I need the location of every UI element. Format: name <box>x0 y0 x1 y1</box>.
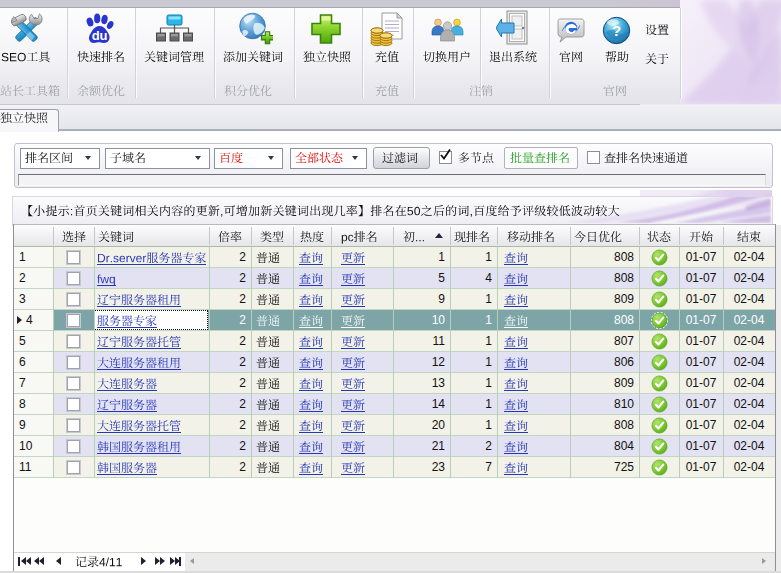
svg-text:?: ? <box>612 22 621 39</box>
svg-text:du: du <box>92 28 108 43</box>
